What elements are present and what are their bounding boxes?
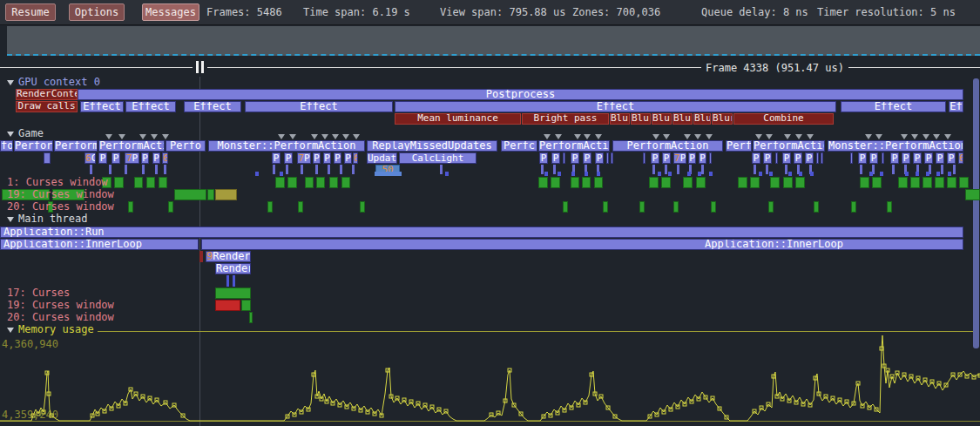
curses1-zone[interactable] (159, 177, 167, 188)
gpu-pass[interactable]: Blur (712, 113, 733, 125)
game-subzone[interactable]: P (869, 152, 878, 164)
frame-marker-icon[interactable] (784, 134, 791, 139)
game-subzone[interactable]: P (344, 152, 352, 164)
game-zone-tick[interactable] (125, 165, 127, 174)
game-subzone[interactable]: P (924, 152, 933, 164)
game-subzone[interactable]: 6 (162, 152, 168, 164)
game-subzone[interactable]: 6C (84, 152, 96, 164)
game-subzone[interactable]: P (902, 152, 910, 164)
frame-marker-icon[interactable] (706, 134, 713, 139)
frame-marker-icon[interactable] (353, 134, 360, 139)
gpu-pass[interactable]: Bright pass (522, 113, 609, 125)
curses19-zone-olive[interactable] (215, 189, 237, 200)
game-zone-tick[interactable] (109, 165, 112, 174)
curses20-zone[interactable] (603, 201, 608, 213)
curses1-zone[interactable] (594, 177, 603, 188)
game-subzone[interactable] (44, 152, 51, 164)
frame-marker-icon[interactable] (332, 134, 339, 139)
curses1-zone[interactable] (770, 177, 780, 188)
game-subzone[interactable]: P (651, 152, 659, 164)
frame-marker-icon[interactable] (684, 134, 691, 139)
frame-marker-icon[interactable] (663, 134, 670, 139)
game-zone-tick[interactable] (301, 165, 303, 174)
frame-marker-icon[interactable] (933, 134, 940, 139)
game-subzone[interactable] (563, 152, 565, 164)
gpu-query-drawcalls[interactable]: Draw calls (16, 101, 78, 112)
gpu-pass[interactable]: Combine (733, 113, 834, 125)
gpu-zone-effect[interactable]: Ef (949, 101, 963, 112)
game-zone-tick[interactable] (785, 165, 787, 174)
frame-marker-icon[interactable] (923, 134, 929, 139)
curses17-zone[interactable] (215, 287, 251, 299)
mainthread-subzone-tick[interactable] (233, 275, 235, 287)
game-subzone[interactable] (821, 152, 823, 164)
game-zone-tick[interactable] (315, 165, 318, 174)
game-subzone[interactable] (643, 152, 645, 164)
curses1-zone[interactable] (649, 177, 659, 188)
curses1-zone[interactable] (898, 177, 908, 188)
game-subzone-tick[interactable] (936, 172, 940, 176)
curses19-zone[interactable] (174, 189, 206, 200)
game-subzone[interactable]: 6 (958, 152, 963, 164)
game-zone-tick[interactable] (941, 165, 943, 174)
game-subzone[interactable]: P (913, 152, 922, 164)
game-zone-tick[interactable] (328, 165, 330, 174)
game-subzone-tick[interactable] (255, 172, 259, 176)
game-zone-tick[interactable] (286, 165, 288, 174)
curses20b-zone[interactable] (249, 312, 253, 323)
curses20-zone[interactable] (673, 201, 679, 213)
mainthread-run-zone[interactable]: Application::Run (0, 227, 963, 238)
game-subzone-tick[interactable] (788, 172, 792, 176)
game-zone-tick[interactable] (155, 165, 158, 174)
game-subzone-tick[interactable] (799, 172, 802, 176)
gpu-pass[interactable]: Blur (631, 113, 651, 125)
curses1-zone[interactable] (959, 177, 969, 188)
frame-marker-icon[interactable] (901, 134, 908, 139)
game-subzone[interactable]: P (323, 152, 331, 164)
game-zone[interactable]: ReplayMissedUpdates (367, 140, 497, 152)
gpu-pass[interactable]: Blur (652, 113, 672, 125)
game-subzone[interactable]: CalcLight (399, 152, 476, 164)
game-subzone-tick[interactable] (880, 172, 883, 176)
game-subzone-tick[interactable] (869, 172, 873, 176)
game-subzone[interactable]: P (551, 152, 560, 164)
game-subzone-tick[interactable] (597, 172, 600, 176)
frame-marker-icon[interactable] (865, 134, 872, 139)
curses20-zone[interactable] (768, 201, 774, 213)
frame-marker-icon[interactable] (574, 134, 581, 139)
gpu-query-rendercontext[interactable]: RenderConte (16, 89, 78, 100)
thread-label[interactable]: 1: Curses window (7, 177, 108, 188)
thread-label[interactable]: 17: Curses (7, 287, 70, 299)
game-subzone[interactable]: 6 (353, 152, 358, 164)
game-subzone-tick[interactable] (698, 172, 701, 176)
curses1-zone[interactable] (783, 177, 793, 188)
frame-marker-icon[interactable] (105, 134, 112, 139)
game-zone-tick[interactable] (352, 165, 355, 174)
game-zone-tick[interactable] (340, 165, 342, 174)
game-zone-tick[interactable] (860, 165, 862, 174)
game-subzone[interactable]: P (699, 152, 706, 164)
frame-marker-icon[interactable] (162, 134, 169, 139)
game-zone-tick[interactable] (953, 165, 956, 174)
curses20-zone[interactable] (298, 201, 303, 213)
frame-marker-icon[interactable] (652, 134, 659, 139)
curses20-zone[interactable] (887, 201, 892, 213)
thread-label[interactable]: 20: Curses window (7, 312, 114, 323)
curses20-zone[interactable] (851, 201, 856, 213)
game-subzone-tick[interactable] (585, 172, 588, 176)
game-subzone-tick[interactable] (905, 172, 909, 176)
curses1-zone[interactable] (114, 177, 124, 188)
frame-marker-icon[interactable] (321, 134, 328, 139)
game-subzone[interactable]: P (947, 152, 956, 164)
gpu-pass[interactable]: Blur (610, 113, 630, 125)
game-subzone[interactable]: P (782, 152, 791, 164)
game-zone-tick[interactable] (754, 165, 756, 174)
frame-marker-icon[interactable] (875, 134, 882, 139)
game-subzone[interactable]: P (141, 152, 149, 164)
game-subzone[interactable]: P (334, 152, 341, 164)
game-zone-tick[interactable] (541, 165, 544, 174)
game-subzone[interactable]: P (662, 152, 671, 164)
curses1-zone[interactable] (146, 177, 155, 188)
curses19b-zone-red[interactable] (215, 300, 240, 311)
game-subzone[interactable]: Update (367, 152, 397, 164)
